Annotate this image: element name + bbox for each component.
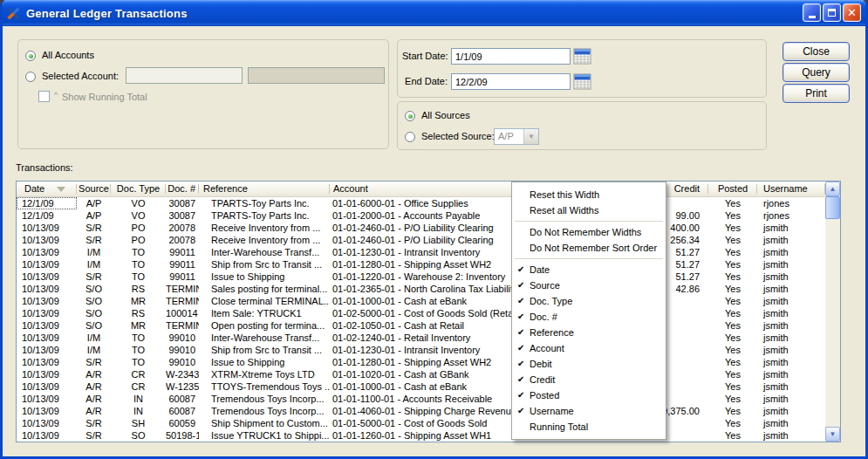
table-row[interactable]: 12/1/09A/PVO30087TPARTS-Toy Parts Inc.01… xyxy=(17,209,825,222)
cell-doc-type[interactable]: PO xyxy=(111,222,166,234)
cell-doc-type[interactable]: TO xyxy=(111,246,166,258)
menu-item-running-total[interactable]: Running Total xyxy=(513,419,665,435)
cell-date[interactable]: 10/13/09 xyxy=(17,417,77,429)
cell-posted[interactable]: Yes xyxy=(708,258,757,271)
cell-username[interactable]: jsmith xyxy=(757,234,825,246)
cell-doc-num[interactable]: 99011 xyxy=(166,271,199,283)
cell-reference[interactable]: TTOYS-Tremendous Toys ... xyxy=(199,380,330,393)
cell-reference[interactable]: Issue to Shipping xyxy=(199,271,330,283)
cell-source[interactable]: A/R xyxy=(77,368,111,380)
cell-reference[interactable]: Tremendous Toys Incorp... xyxy=(199,405,330,417)
menu-item-doc-type[interactable]: ✔Doc. Type xyxy=(513,293,665,309)
menu-item-account[interactable]: ✔Account xyxy=(513,340,665,356)
cell-doc-type[interactable]: VO xyxy=(111,209,166,222)
cell-date[interactable]: 10/13/09 xyxy=(17,295,77,307)
cell-reference[interactable]: Issue YTRUCK1 to Shippi... xyxy=(199,429,330,442)
table-row[interactable]: 10/13/09A/RCRW-123553TTOYS-Tremendous To… xyxy=(17,380,825,393)
cell-reference[interactable]: Item Sale: YTRUCK1 xyxy=(199,307,330,319)
cell-posted[interactable]: Yes xyxy=(708,319,757,332)
cell-username[interactable]: jsmith xyxy=(757,393,825,405)
cell-posted[interactable]: Yes xyxy=(708,429,757,442)
cell-date[interactable]: 10/13/09 xyxy=(17,368,77,380)
menu-item-source[interactable]: ✔Source xyxy=(513,277,665,293)
cell-username[interactable]: jsmith xyxy=(757,417,825,429)
cell-doc-num[interactable]: W-2343... xyxy=(166,368,199,380)
cell-date[interactable]: 12/1/09 xyxy=(17,209,77,222)
cell-username[interactable]: jsmith xyxy=(757,258,825,271)
cell-doc-num[interactable]: 100014 xyxy=(166,307,199,319)
minimize-button[interactable] xyxy=(803,3,821,22)
cell-username[interactable]: jsmith xyxy=(757,246,825,258)
cell-date[interactable]: 10/13/09 xyxy=(17,271,77,283)
cell-username[interactable]: jsmith xyxy=(757,295,825,307)
table-row[interactable]: 10/13/09S/ORSTERMIN...Sales posting for … xyxy=(17,283,825,295)
cell-doc-num[interactable]: TERMIN... xyxy=(166,319,199,332)
cell-username[interactable]: jsmith xyxy=(757,380,825,393)
cell-source[interactable]: I/M xyxy=(77,332,111,344)
cell-doc-type[interactable]: CR xyxy=(111,380,166,393)
cell-source[interactable]: S/O xyxy=(77,319,111,332)
cell-date[interactable]: 10/13/09 xyxy=(17,356,77,368)
column-header-posted[interactable]: Posted xyxy=(708,182,757,196)
cell-posted[interactable]: Yes xyxy=(708,417,757,429)
cell-reference[interactable]: Open posting for termina... xyxy=(199,319,330,332)
cell-date[interactable]: 10/13/09 xyxy=(17,429,77,442)
cell-doc-num[interactable]: 60059 xyxy=(166,417,199,429)
cell-source[interactable]: S/R xyxy=(77,222,111,234)
close-window-button[interactable]: ✕ xyxy=(843,3,861,22)
column-header-doc-num[interactable]: Doc. # xyxy=(166,182,199,196)
cell-date[interactable]: 10/13/09 xyxy=(17,405,77,417)
scrollbar-thumb[interactable] xyxy=(825,196,840,219)
cell-doc-type[interactable]: SO xyxy=(111,429,166,442)
cell-reference[interactable]: Inter-Warehouse Transf... xyxy=(199,332,330,344)
end-date-calendar-button[interactable] xyxy=(573,73,591,90)
cell-reference[interactable]: Receive Inventory from ... xyxy=(199,222,330,234)
cell-doc-type[interactable]: RS xyxy=(111,283,166,295)
column-header-date[interactable]: Date xyxy=(17,182,77,196)
cell-doc-type[interactable]: PO xyxy=(111,234,166,246)
cell-reference[interactable]: TPARTS-Toy Parts Inc. xyxy=(199,209,330,222)
cell-doc-type[interactable]: VO xyxy=(111,197,166,209)
cell-username[interactable]: jsmith xyxy=(757,429,825,442)
column-header-reference[interactable]: Reference xyxy=(199,182,330,196)
column-header-source[interactable]: Source xyxy=(77,182,111,196)
cell-reference[interactable]: TPARTS-Toy Parts Inc. xyxy=(199,197,330,209)
cell-reference[interactable]: Issue to Shipping xyxy=(199,356,330,368)
cell-username[interactable]: jsmith xyxy=(757,222,825,234)
table-row[interactable]: 10/13/09S/OMRTERMIN...Close terminal TER… xyxy=(17,295,825,307)
cell-doc-num[interactable]: 60087 xyxy=(166,393,199,405)
table-row[interactable]: 10/13/09I/MTO99011Ship from Src to Trans… xyxy=(17,258,825,271)
cell-username[interactable]: jsmith xyxy=(757,271,825,283)
menu-item-doc[interactable]: ✔Doc. # xyxy=(513,309,665,325)
table-row[interactable]: 10/13/09A/RIN60087Tremendous Toys Incorp… xyxy=(17,405,825,417)
cell-doc-num[interactable]: 30087 xyxy=(166,209,199,222)
source-select[interactable]: A/P ▼ xyxy=(494,128,539,145)
cell-doc-num[interactable]: 30087 xyxy=(166,197,199,209)
cell-doc-type[interactable]: TO xyxy=(111,356,166,368)
selected-source-radio[interactable] xyxy=(405,132,415,142)
table-row[interactable]: 10/13/09S/RPO20078Receive Inventory from… xyxy=(17,234,825,246)
cell-username[interactable]: jsmith xyxy=(757,356,825,368)
cell-username[interactable]: rjones xyxy=(757,209,825,222)
cell-doc-type[interactable]: TO xyxy=(111,344,166,356)
cell-posted[interactable]: Yes xyxy=(708,344,757,356)
title-bar[interactable]: General Ledger Transactions ✕ xyxy=(0,0,868,26)
cell-posted[interactable]: Yes xyxy=(708,368,757,380)
menu-item-date[interactable]: ✔Date xyxy=(513,262,665,277)
table-row[interactable]: 10/13/09S/RTO99011Issue to Shipping01-01… xyxy=(17,271,825,283)
menu-item-posted[interactable]: ✔Posted xyxy=(513,387,665,403)
table-row[interactable]: 10/13/09A/RCRW-2343...XTRM-Xtreme Toys L… xyxy=(17,368,825,380)
end-date-input[interactable] xyxy=(451,73,571,90)
cell-date[interactable]: 10/13/09 xyxy=(17,319,77,332)
menu-item-username[interactable]: ✔Username xyxy=(513,403,665,419)
cell-source[interactable]: S/R xyxy=(77,271,111,283)
cell-doc-type[interactable]: MR xyxy=(111,319,166,332)
table-row[interactable]: 10/13/09S/OMRTERMIN...Open posting for t… xyxy=(17,319,825,332)
cell-posted[interactable]: Yes xyxy=(708,393,757,405)
cell-doc-type[interactable]: TO xyxy=(111,271,166,283)
cell-doc-type[interactable]: MR xyxy=(111,295,166,307)
selected-account-radio[interactable] xyxy=(25,72,36,82)
cell-date[interactable]: 10/13/09 xyxy=(17,258,77,271)
table-row[interactable]: 10/13/09I/MTO99010Ship from Src to Trans… xyxy=(17,344,825,356)
cell-source[interactable]: S/R xyxy=(77,429,111,442)
